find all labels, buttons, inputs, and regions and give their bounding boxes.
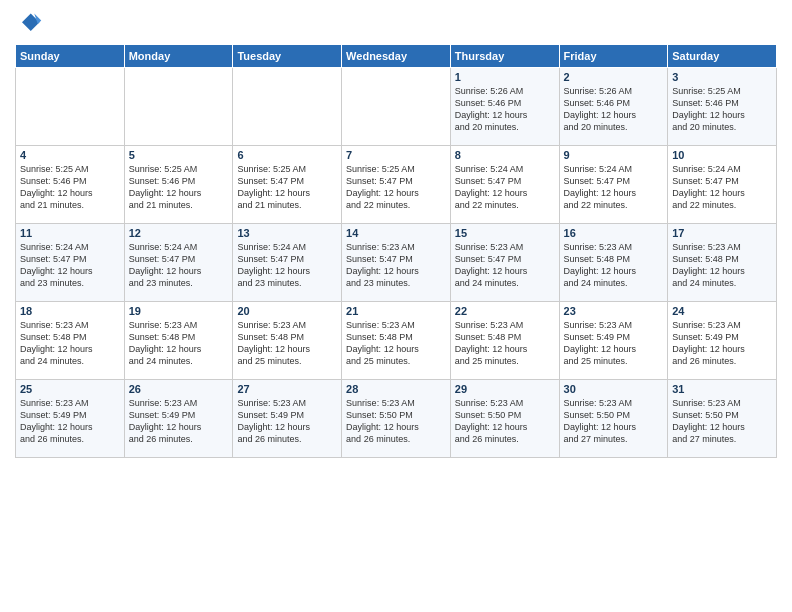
day-info: Sunrise: 5:23 AM Sunset: 5:48 PM Dayligh… [237, 319, 337, 368]
calendar-cell: 1Sunrise: 5:26 AM Sunset: 5:46 PM Daylig… [450, 68, 559, 146]
day-number: 16 [564, 227, 664, 239]
weekday-header-monday: Monday [124, 45, 233, 68]
week-row-4: 25Sunrise: 5:23 AM Sunset: 5:49 PM Dayli… [16, 380, 777, 458]
calendar-cell: 12Sunrise: 5:24 AM Sunset: 5:47 PM Dayli… [124, 224, 233, 302]
day-number: 11 [20, 227, 120, 239]
day-number: 25 [20, 383, 120, 395]
day-number: 24 [672, 305, 772, 317]
day-number: 3 [672, 71, 772, 83]
logo-icon [15, 10, 43, 38]
weekday-header-tuesday: Tuesday [233, 45, 342, 68]
calendar-cell [16, 68, 125, 146]
day-number: 21 [346, 305, 446, 317]
day-number: 4 [20, 149, 120, 161]
calendar-cell: 7Sunrise: 5:25 AM Sunset: 5:47 PM Daylig… [342, 146, 451, 224]
day-info: Sunrise: 5:25 AM Sunset: 5:47 PM Dayligh… [346, 163, 446, 212]
day-number: 15 [455, 227, 555, 239]
calendar-cell: 11Sunrise: 5:24 AM Sunset: 5:47 PM Dayli… [16, 224, 125, 302]
day-info: Sunrise: 5:24 AM Sunset: 5:47 PM Dayligh… [129, 241, 229, 290]
day-number: 1 [455, 71, 555, 83]
calendar-cell: 9Sunrise: 5:24 AM Sunset: 5:47 PM Daylig… [559, 146, 668, 224]
calendar-cell: 8Sunrise: 5:24 AM Sunset: 5:47 PM Daylig… [450, 146, 559, 224]
calendar-cell [342, 68, 451, 146]
calendar-cell [124, 68, 233, 146]
calendar-cell: 18Sunrise: 5:23 AM Sunset: 5:48 PM Dayli… [16, 302, 125, 380]
weekday-header-friday: Friday [559, 45, 668, 68]
calendar-cell: 24Sunrise: 5:23 AM Sunset: 5:49 PM Dayli… [668, 302, 777, 380]
day-number: 8 [455, 149, 555, 161]
day-info: Sunrise: 5:23 AM Sunset: 5:47 PM Dayligh… [455, 241, 555, 290]
calendar-cell: 15Sunrise: 5:23 AM Sunset: 5:47 PM Dayli… [450, 224, 559, 302]
day-number: 9 [564, 149, 664, 161]
day-number: 29 [455, 383, 555, 395]
calendar-cell: 20Sunrise: 5:23 AM Sunset: 5:48 PM Dayli… [233, 302, 342, 380]
day-number: 17 [672, 227, 772, 239]
calendar-cell: 14Sunrise: 5:23 AM Sunset: 5:47 PM Dayli… [342, 224, 451, 302]
day-number: 20 [237, 305, 337, 317]
calendar-cell: 10Sunrise: 5:24 AM Sunset: 5:47 PM Dayli… [668, 146, 777, 224]
weekday-header-thursday: Thursday [450, 45, 559, 68]
day-number: 30 [564, 383, 664, 395]
calendar-cell: 28Sunrise: 5:23 AM Sunset: 5:50 PM Dayli… [342, 380, 451, 458]
calendar-cell: 2Sunrise: 5:26 AM Sunset: 5:46 PM Daylig… [559, 68, 668, 146]
calendar-cell: 22Sunrise: 5:23 AM Sunset: 5:48 PM Dayli… [450, 302, 559, 380]
calendar-cell: 31Sunrise: 5:23 AM Sunset: 5:50 PM Dayli… [668, 380, 777, 458]
calendar: SundayMondayTuesdayWednesdayThursdayFrid… [15, 44, 777, 458]
day-number: 7 [346, 149, 446, 161]
weekday-header-row: SundayMondayTuesdayWednesdayThursdayFrid… [16, 45, 777, 68]
day-info: Sunrise: 5:23 AM Sunset: 5:48 PM Dayligh… [20, 319, 120, 368]
day-info: Sunrise: 5:23 AM Sunset: 5:49 PM Dayligh… [20, 397, 120, 446]
day-info: Sunrise: 5:23 AM Sunset: 5:48 PM Dayligh… [346, 319, 446, 368]
day-number: 12 [129, 227, 229, 239]
calendar-cell: 16Sunrise: 5:23 AM Sunset: 5:48 PM Dayli… [559, 224, 668, 302]
day-number: 19 [129, 305, 229, 317]
day-info: Sunrise: 5:25 AM Sunset: 5:46 PM Dayligh… [129, 163, 229, 212]
week-row-3: 18Sunrise: 5:23 AM Sunset: 5:48 PM Dayli… [16, 302, 777, 380]
day-info: Sunrise: 5:23 AM Sunset: 5:48 PM Dayligh… [455, 319, 555, 368]
day-info: Sunrise: 5:24 AM Sunset: 5:47 PM Dayligh… [237, 241, 337, 290]
weekday-header-wednesday: Wednesday [342, 45, 451, 68]
day-number: 27 [237, 383, 337, 395]
day-number: 28 [346, 383, 446, 395]
day-info: Sunrise: 5:23 AM Sunset: 5:50 PM Dayligh… [672, 397, 772, 446]
day-info: Sunrise: 5:24 AM Sunset: 5:47 PM Dayligh… [455, 163, 555, 212]
page: SundayMondayTuesdayWednesdayThursdayFrid… [0, 0, 792, 612]
calendar-cell: 3Sunrise: 5:25 AM Sunset: 5:46 PM Daylig… [668, 68, 777, 146]
calendar-cell: 5Sunrise: 5:25 AM Sunset: 5:46 PM Daylig… [124, 146, 233, 224]
day-info: Sunrise: 5:25 AM Sunset: 5:47 PM Dayligh… [237, 163, 337, 212]
day-number: 10 [672, 149, 772, 161]
calendar-cell: 17Sunrise: 5:23 AM Sunset: 5:48 PM Dayli… [668, 224, 777, 302]
day-info: Sunrise: 5:25 AM Sunset: 5:46 PM Dayligh… [672, 85, 772, 134]
day-info: Sunrise: 5:23 AM Sunset: 5:48 PM Dayligh… [564, 241, 664, 290]
day-number: 13 [237, 227, 337, 239]
weekday-header-saturday: Saturday [668, 45, 777, 68]
header [15, 10, 777, 38]
day-info: Sunrise: 5:23 AM Sunset: 5:50 PM Dayligh… [564, 397, 664, 446]
calendar-cell: 27Sunrise: 5:23 AM Sunset: 5:49 PM Dayli… [233, 380, 342, 458]
day-info: Sunrise: 5:23 AM Sunset: 5:48 PM Dayligh… [672, 241, 772, 290]
day-info: Sunrise: 5:26 AM Sunset: 5:46 PM Dayligh… [564, 85, 664, 134]
day-number: 14 [346, 227, 446, 239]
calendar-cell: 21Sunrise: 5:23 AM Sunset: 5:48 PM Dayli… [342, 302, 451, 380]
calendar-cell: 23Sunrise: 5:23 AM Sunset: 5:49 PM Dayli… [559, 302, 668, 380]
calendar-cell: 4Sunrise: 5:25 AM Sunset: 5:46 PM Daylig… [16, 146, 125, 224]
day-info: Sunrise: 5:23 AM Sunset: 5:49 PM Dayligh… [129, 397, 229, 446]
day-number: 6 [237, 149, 337, 161]
calendar-cell: 13Sunrise: 5:24 AM Sunset: 5:47 PM Dayli… [233, 224, 342, 302]
day-info: Sunrise: 5:23 AM Sunset: 5:49 PM Dayligh… [672, 319, 772, 368]
week-row-0: 1Sunrise: 5:26 AM Sunset: 5:46 PM Daylig… [16, 68, 777, 146]
week-row-1: 4Sunrise: 5:25 AM Sunset: 5:46 PM Daylig… [16, 146, 777, 224]
day-info: Sunrise: 5:26 AM Sunset: 5:46 PM Dayligh… [455, 85, 555, 134]
calendar-cell: 29Sunrise: 5:23 AM Sunset: 5:50 PM Dayli… [450, 380, 559, 458]
day-info: Sunrise: 5:23 AM Sunset: 5:47 PM Dayligh… [346, 241, 446, 290]
day-info: Sunrise: 5:25 AM Sunset: 5:46 PM Dayligh… [20, 163, 120, 212]
day-info: Sunrise: 5:24 AM Sunset: 5:47 PM Dayligh… [672, 163, 772, 212]
day-number: 22 [455, 305, 555, 317]
day-info: Sunrise: 5:23 AM Sunset: 5:50 PM Dayligh… [346, 397, 446, 446]
day-info: Sunrise: 5:23 AM Sunset: 5:50 PM Dayligh… [455, 397, 555, 446]
day-info: Sunrise: 5:24 AM Sunset: 5:47 PM Dayligh… [20, 241, 120, 290]
week-row-2: 11Sunrise: 5:24 AM Sunset: 5:47 PM Dayli… [16, 224, 777, 302]
day-number: 26 [129, 383, 229, 395]
weekday-header-sunday: Sunday [16, 45, 125, 68]
day-number: 23 [564, 305, 664, 317]
